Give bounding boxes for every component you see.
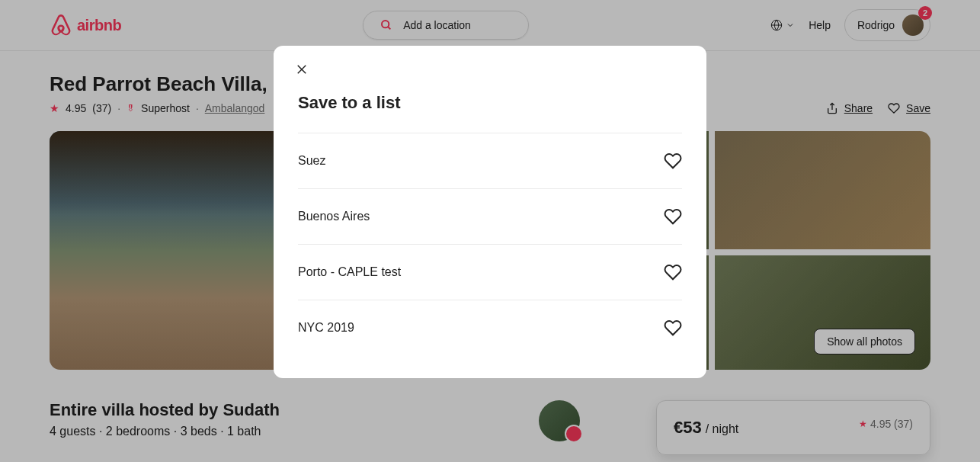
heart-icon[interactable]	[664, 152, 682, 170]
save-modal: Save to a list Suez Buenos Aires Porto -…	[274, 46, 706, 378]
list-name: Buenos Aires	[298, 210, 370, 223]
modal-overlay[interactable]: Save to a list Suez Buenos Aires Porto -…	[0, 0, 980, 462]
list-item[interactable]: NYC 2019	[298, 300, 682, 355]
heart-icon[interactable]	[664, 319, 682, 337]
modal-title: Save to a list	[274, 63, 706, 133]
heart-icon[interactable]	[664, 263, 682, 281]
heart-icon[interactable]	[664, 207, 682, 226]
list-name: NYC 2019	[298, 321, 354, 335]
modal-list[interactable]: Suez Buenos Aires Porto - CAPLE test NYC…	[274, 133, 706, 378]
list-item[interactable]: Porto - CAPLE test	[298, 244, 682, 300]
close-icon	[295, 63, 309, 76]
close-button[interactable]	[295, 63, 309, 79]
list-name: Porto - CAPLE test	[298, 265, 401, 279]
list-name: Suez	[298, 154, 325, 168]
list-item[interactable]: Suez	[298, 133, 682, 188]
list-item[interactable]: Buenos Aires	[298, 188, 682, 244]
